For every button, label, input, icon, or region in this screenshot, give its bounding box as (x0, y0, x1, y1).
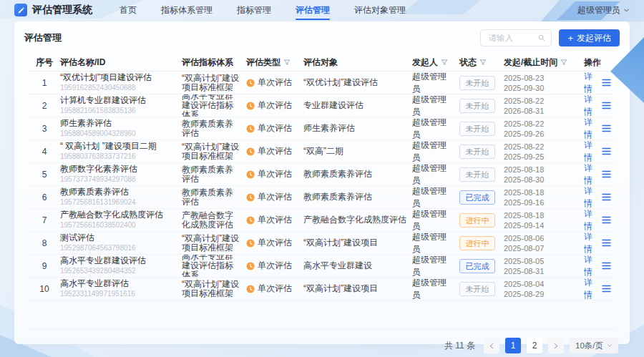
type-label: 单次评估 (258, 99, 292, 112)
next-page-button[interactable] (548, 338, 564, 353)
filter-icon[interactable] (441, 59, 448, 66)
cell-dates: 2025-08-22 2026-08-31 (504, 94, 584, 117)
table-row: 3 师生素养评估 1958804589004328960 教师素质素养评估 单次… (29, 117, 615, 140)
evaluation-id: 1952331149971951616 (60, 289, 135, 298)
column-header[interactable]: 发起/截止时间 (504, 54, 584, 71)
detail-link[interactable]: 详情 (584, 186, 592, 208)
column-header[interactable]: 状态 (459, 54, 504, 71)
column-header: 评估对象 (303, 54, 412, 71)
nav-item[interactable]: 指标体系管理 (161, 0, 213, 20)
cell-index: 7 (29, 209, 60, 231)
detail-link[interactable]: 详情 (584, 163, 592, 185)
detail-link[interactable]: 详情 (584, 117, 592, 140)
cell-name-id: 高水平专业群建设评估 1952653439280484352 (60, 255, 182, 277)
page-button[interactable]: 2 (527, 338, 542, 353)
type-label: 单次评估 (258, 237, 292, 249)
status-tag: 未开始 (459, 282, 495, 296)
row-menu-icon[interactable] (602, 124, 611, 132)
type-label: 单次评估 (258, 168, 292, 180)
row-menu-icon[interactable] (602, 239, 611, 247)
cell-dates: 2025-08-22 2025-09-25 (504, 140, 584, 162)
start-date: 2025-08-06 (504, 233, 544, 243)
detail-link[interactable]: 详情 (584, 255, 592, 277)
create-evaluation-button[interactable]: + 发起评估 (559, 29, 620, 47)
cell-index: 5 (29, 163, 60, 185)
row-menu-icon[interactable] (602, 79, 611, 87)
start-date: 2025-08-22 (504, 96, 544, 106)
cell-indicator-system: “双高计划”建设项目标准框架 (182, 278, 246, 300)
filter-icon[interactable] (560, 59, 567, 66)
cell-status: 已完成 (459, 255, 504, 277)
type-label: 单次评估 (258, 191, 292, 203)
cell-name-id: 计算机专业群建设评估 1958821061583835136 (60, 94, 182, 117)
nav-item[interactable]: 评估对象管理 (354, 0, 406, 20)
evaluation-id: 1952653439280484352 (60, 266, 136, 275)
page-title: 评估管理 (24, 31, 62, 44)
clock-icon (246, 147, 255, 156)
row-menu-icon[interactable] (602, 262, 611, 270)
start-date: 2025-08-18 (504, 187, 544, 197)
row-menu-icon[interactable] (602, 102, 611, 109)
pagination-total: 共 11 条 (444, 340, 475, 352)
nav-item[interactable]: 指标管理 (237, 0, 271, 20)
evaluation-id: 1952987064563798016 (60, 243, 136, 253)
cell-dates: 2025-08-18 2025-09-14 (504, 209, 584, 231)
row-menu-icon[interactable] (602, 170, 611, 178)
cell-actions: 详情 (584, 278, 615, 300)
cell-target: 教师素质素养评估 (303, 163, 412, 185)
filter-icon[interactable] (479, 59, 487, 66)
end-date: 2025-09-14 (504, 220, 544, 230)
type-label: 单次评估 (258, 214, 292, 226)
clock-icon (246, 262, 255, 270)
detail-link[interactable]: 详情 (584, 232, 592, 254)
start-date: 2025-08-04 (504, 279, 544, 289)
status-tag: 未开始 (459, 122, 495, 136)
clock-icon (246, 170, 255, 179)
detail-link[interactable]: 详情 (584, 72, 592, 94)
search-input[interactable] (487, 33, 538, 43)
cell-initiator: 超级管理员 (412, 117, 459, 140)
nav-item[interactable]: 评估管理 (296, 0, 330, 20)
user-menu[interactable]: 超级管理员 (577, 4, 630, 16)
cell-index: 3 (29, 117, 60, 140)
detail-link[interactable]: 详情 (584, 278, 592, 300)
filter-icon[interactable] (283, 59, 291, 66)
cell-initiator: 超级管理员 (412, 209, 459, 231)
column-header: 操作 (584, 54, 615, 71)
nav-item[interactable]: 首页 (119, 0, 137, 20)
cell-actions: 详情 (584, 140, 615, 162)
cell-initiator: 超级管理员 (412, 72, 459, 94)
cell-initiator: 超级管理员 (412, 163, 459, 185)
end-date: 2025-09-16 (504, 197, 544, 207)
row-menu-icon[interactable] (602, 147, 611, 155)
status-tag: 已完成 (459, 190, 495, 205)
start-date: 2025-08-05 (504, 256, 544, 266)
table-row: 5 教师数字化素养评估 1957373749934297088 教师素质素养评估… (29, 163, 615, 186)
page-button[interactable]: 1 (505, 338, 521, 353)
evaluation-name: 高水平专业群建设评估 (60, 256, 146, 265)
cell-indicator-system: “双高计划”建设项目标准框架 (182, 72, 246, 94)
detail-link[interactable]: 详情 (584, 94, 592, 117)
page-numbers: 12 (505, 338, 542, 353)
row-menu-icon[interactable] (602, 193, 611, 201)
card-header: 评估管理 + 发起评估 (14, 21, 630, 49)
cell-indicator-system: 产教融合数字化成熟度评估 (182, 209, 246, 231)
search-box (480, 29, 552, 47)
clock-icon (246, 285, 255, 293)
detail-link[interactable]: 详情 (584, 140, 592, 162)
row-menu-icon[interactable] (602, 216, 611, 224)
prev-page-button[interactable] (484, 338, 499, 353)
end-date: 2026-08-31 (504, 106, 544, 116)
cell-type: 单次评估 (246, 140, 303, 162)
end-date: 2025-08-31 (504, 266, 544, 276)
column-header: 序号 (29, 54, 60, 71)
row-menu-icon[interactable] (602, 285, 611, 293)
page-size-select[interactable]: 10条/页 (570, 338, 618, 353)
column-header[interactable]: 发起人 (412, 54, 459, 71)
table-row: 4 “ 双高计划 ”建设项目二期 1958803763833737216 “双高… (29, 140, 615, 163)
cell-status: 未开始 (459, 94, 504, 117)
column-header[interactable]: 评估类型 (246, 54, 303, 71)
cell-indicator-system: 教师素质素养评估 (182, 117, 246, 140)
evaluation-name: 高水平专业群评估 (60, 279, 129, 288)
detail-link[interactable]: 详情 (584, 209, 592, 231)
